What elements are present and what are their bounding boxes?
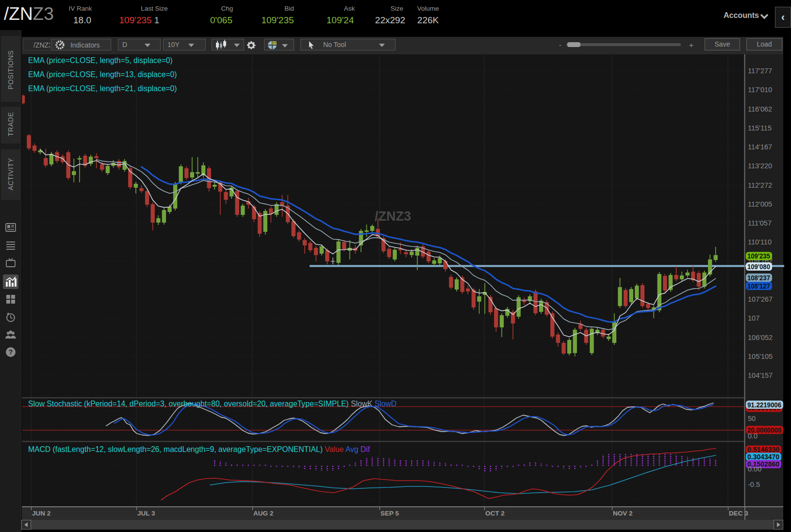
svg-text:114'167: 114'167 bbox=[748, 143, 772, 151]
svg-text:50: 50 bbox=[748, 415, 756, 422]
svg-text:115'115: 115'115 bbox=[748, 124, 772, 132]
svg-text:109'235: 109'235 bbox=[747, 252, 770, 260]
svg-text:109'080: 109'080 bbox=[747, 263, 770, 271]
svg-text:0.3043470: 0.3043470 bbox=[747, 453, 779, 461]
svg-text:111'057: 111'057 bbox=[748, 219, 772, 227]
svg-text:EMA (price=CLOSE, length=5, di: EMA (price=CLOSE, length=5, displace=0) bbox=[28, 56, 173, 64]
svg-text:117'277: 117'277 bbox=[748, 67, 772, 75]
svg-text:117'010: 117'010 bbox=[748, 86, 772, 94]
svg-text:112'005: 112'005 bbox=[748, 200, 772, 208]
svg-text:EMA (price=CLOSE, length=13, d: EMA (price=CLOSE, length=13, displace=0) bbox=[28, 70, 177, 79]
svg-text:104'157: 104'157 bbox=[748, 371, 773, 379]
svg-text:106'052: 106'052 bbox=[748, 334, 773, 341]
svg-text:107'267: 107'267 bbox=[748, 295, 773, 303]
svg-text:112'272: 112'272 bbox=[748, 181, 772, 189]
svg-text:107: 107 bbox=[748, 314, 759, 322]
svg-text:0.00: 0.00 bbox=[748, 465, 761, 473]
svg-text:91.2219006: 91.2219006 bbox=[747, 401, 781, 409]
svg-text:/ZNZ3: /ZNZ3 bbox=[375, 209, 411, 224]
svg-text:105'105: 105'105 bbox=[748, 353, 773, 360]
svg-text:116'062: 116'062 bbox=[748, 105, 772, 113]
svg-text:108'127: 108'127 bbox=[747, 282, 770, 290]
svg-text:Slow Stochastic (kPeriod=14, d: Slow Stochastic (kPeriod=14, dPeriod=3, … bbox=[28, 400, 396, 408]
svg-text:EMA (price=CLOSE, length=21, d: EMA (price=CLOSE, length=21, displace=0) bbox=[28, 84, 177, 93]
svg-text:0.0: 0.0 bbox=[748, 432, 758, 440]
svg-text:0.5146330: 0.5146330 bbox=[747, 446, 779, 453]
svg-text:-0.5: -0.5 bbox=[748, 481, 760, 488]
svg-text:108'237: 108'237 bbox=[747, 274, 770, 282]
svg-text:110'110: 110'110 bbox=[748, 238, 772, 246]
svg-text:MACD (fastLength=12, slowLengt: MACD (fastLength=12, slowLength=26, macd… bbox=[28, 445, 370, 453]
svg-text:113'220: 113'220 bbox=[748, 162, 772, 170]
